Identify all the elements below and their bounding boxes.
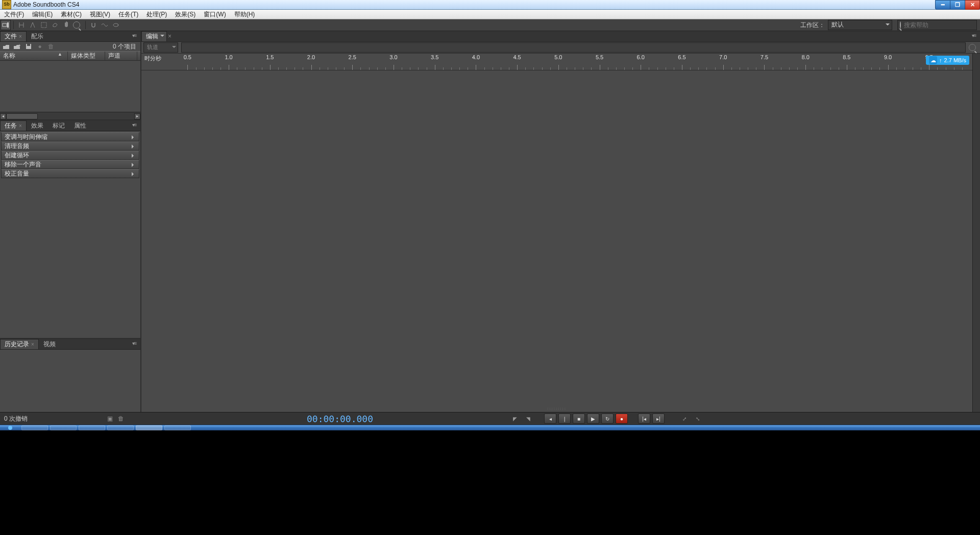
tool-loop[interactable]	[111, 20, 121, 30]
menu-file[interactable]: 文件(F)	[0, 10, 28, 19]
import-recent-icon[interactable]	[13, 42, 21, 51]
tool-time-select[interactable]	[16, 20, 27, 30]
taskbar-item[interactable]	[21, 425, 48, 430]
app-icon: Sb	[2, 0, 11, 9]
tasks-panel: 任务× 效果 标记 属性 ▾≡ 变调与时间伸缩 清理音频 创建循环 移除一个声音…	[0, 120, 140, 339]
scroll-left-arrow[interactable]: ◂	[0, 113, 6, 119]
menu-help[interactable]: 帮助(H)	[230, 10, 259, 19]
ruler-tick-label: 7.0	[719, 54, 727, 60]
zoom-out-full-icon[interactable]: ⤢	[679, 414, 690, 423]
taskbar-item[interactable]	[136, 425, 162, 430]
task-remove-sound[interactable]: 移除一个声音	[1, 160, 139, 169]
task-fix-volume[interactable]: 校正音量	[1, 169, 139, 178]
menu-effects[interactable]: 效果(S)	[171, 10, 200, 19]
workspace-selector[interactable]: 默认	[828, 20, 892, 30]
tool-autoheal[interactable]	[100, 20, 110, 30]
close-icon[interactable]: ×	[19, 123, 22, 129]
frame-back-button[interactable]: ❘	[558, 414, 571, 424]
upload-arrow-icon: ↑	[939, 57, 942, 63]
files-columns-header: 名称▲ 媒体类型 声道	[0, 51, 140, 61]
tab-effects[interactable]: 效果	[27, 120, 48, 131]
time-ruler[interactable]: 时分秒 ☁ ↑ 2.7 MB/s 0.51.01.52.02.53.03.54.…	[141, 54, 972, 70]
waveform-area[interactable]: :::::::::	[141, 70, 972, 412]
menu-clip[interactable]: 素材(C)	[57, 10, 86, 19]
stop-button[interactable]: ■	[573, 414, 585, 424]
tab-editor[interactable]: 编辑	[141, 31, 167, 41]
task-create-loop[interactable]: 创建循环	[1, 151, 139, 160]
tab-scores[interactable]: 配乐	[27, 31, 48, 41]
taskbar-item[interactable]	[79, 425, 105, 430]
zoom-in-icon[interactable]: ⤡	[692, 414, 703, 423]
timecode-display[interactable]: 00:00:00.000	[307, 414, 373, 424]
tool-freq-select[interactable]	[28, 20, 38, 30]
col-channels[interactable]: 声道	[105, 52, 137, 60]
menu-view[interactable]: 视图(V)	[86, 10, 114, 19]
ruler-tick-label: 0.5	[184, 54, 191, 60]
search-help-box[interactable]	[897, 20, 977, 30]
record-button[interactable]: ●	[616, 414, 628, 424]
go-end-button[interactable]: ▸|	[652, 414, 665, 424]
windows-taskbar[interactable]	[0, 425, 980, 430]
menu-tasks[interactable]: 任务(T)	[114, 10, 142, 19]
trash-icon[interactable]: 🗑	[118, 415, 124, 422]
go-start-button[interactable]: |◂	[638, 414, 650, 424]
snapshot-icon[interactable]: ▣	[107, 415, 113, 422]
tab-tasks[interactable]: 任务×	[0, 120, 27, 131]
tab-properties[interactable]: 属性	[69, 120, 91, 131]
tab-files[interactable]: 文件×	[0, 31, 27, 41]
resize-grip-icon[interactable]: :::::::::	[547, 406, 567, 411]
play-button[interactable]: ▶	[587, 414, 599, 424]
search-help-input[interactable]	[903, 21, 980, 29]
save-icon[interactable]	[24, 42, 33, 51]
prev-marker-button[interactable]: ◤	[509, 414, 521, 423]
tab-markers[interactable]: 标记	[48, 120, 69, 131]
ruler-tick-label: 9.0	[884, 54, 892, 60]
import-icon[interactable]	[2, 42, 10, 51]
col-media-type[interactable]: 媒体类型	[68, 52, 105, 60]
loop-button[interactable]: ↻	[601, 414, 614, 424]
window-maximize-button[interactable]: ❐	[950, 0, 965, 10]
tool-snap[interactable]	[88, 20, 99, 30]
delete-icon[interactable]: 🗑	[47, 42, 55, 51]
close-icon[interactable]: ×	[168, 33, 172, 40]
scroll-thumb[interactable]	[6, 113, 38, 119]
scroll-right-arrow[interactable]: ▸	[134, 113, 140, 119]
window-close-button[interactable]: ✕	[965, 0, 980, 10]
tab-history[interactable]: 历史记录×	[0, 339, 39, 349]
tool-lasso[interactable]	[50, 20, 60, 30]
tool-output[interactable]	[1, 20, 11, 30]
tool-marquee[interactable]	[39, 20, 49, 30]
files-list	[0, 61, 140, 112]
files-hscrollbar[interactable]: ◂ ▸	[0, 112, 140, 119]
panel-menu-icon[interactable]: ▾≡	[970, 33, 978, 39]
task-clean-audio[interactable]: 清理音频	[1, 141, 139, 151]
record-small-icon[interactable]: ●	[36, 42, 44, 51]
network-speed-badge[interactable]: ☁ ↑ 2.7 MB/s	[926, 56, 969, 65]
close-icon[interactable]: ×	[31, 342, 34, 347]
close-icon[interactable]: ×	[19, 34, 22, 39]
ruler-tick-label: 2.0	[307, 54, 315, 60]
window-minimize-button[interactable]: ━	[935, 0, 950, 10]
task-pitch-time[interactable]: 变调与时间伸缩	[1, 132, 139, 141]
taskbar-item[interactable]	[50, 425, 77, 430]
next-marker-button[interactable]: ◥	[523, 414, 534, 423]
panel-menu-icon[interactable]: ▾≡	[130, 33, 138, 39]
menu-window[interactable]: 窗口(W)	[200, 10, 230, 19]
menu-process[interactable]: 处理(P)	[142, 10, 171, 19]
tab-video[interactable]: 视频	[39, 339, 60, 349]
menu-edit[interactable]: 编辑(E)	[28, 10, 57, 19]
taskbar-item[interactable]	[164, 425, 191, 430]
track-selector[interactable]: 轨道	[143, 42, 178, 53]
panel-menu-icon[interactable]: ▾≡	[130, 341, 138, 347]
panel-menu-icon[interactable]: ▾≡	[130, 122, 138, 128]
workspace-label: 工作区：	[800, 21, 825, 30]
start-button[interactable]	[0, 425, 20, 430]
taskbar-item[interactable]	[107, 425, 134, 430]
tool-zoom[interactable]	[72, 20, 83, 30]
zoom-reset-icon[interactable]	[969, 43, 978, 52]
ruler-tick-label: 3.0	[389, 54, 397, 60]
rewind-button[interactable]: ◂	[544, 414, 556, 424]
col-name[interactable]: 名称▲	[0, 52, 68, 60]
tool-hand[interactable]	[61, 20, 71, 30]
editor-vscrollbar[interactable]	[972, 54, 980, 412]
